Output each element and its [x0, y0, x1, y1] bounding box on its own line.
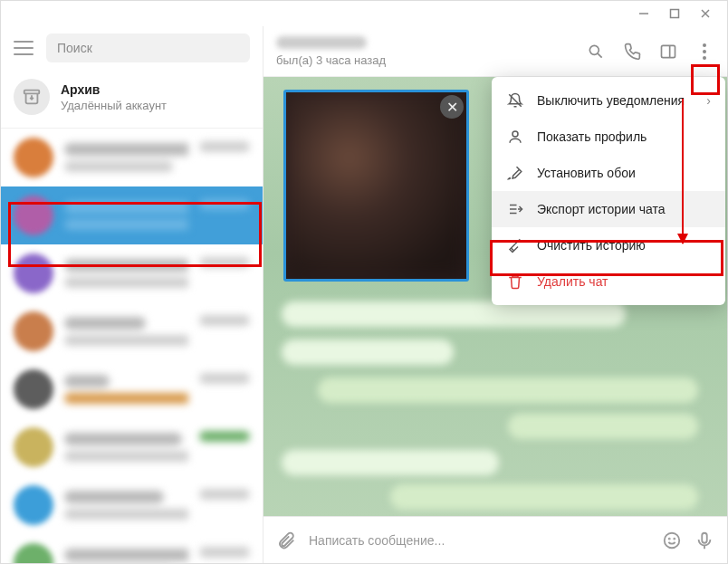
- window-minimize-icon[interactable]: [638, 8, 649, 19]
- chat-list-item[interactable]: [1, 302, 263, 360]
- menu-clear[interactable]: Очистить историю: [492, 227, 725, 263]
- message-input[interactable]: Написать сообщение...: [309, 533, 649, 548]
- chat-list: [1, 129, 263, 563]
- message-bubble[interactable]: [318, 378, 698, 403]
- chat-list-item[interactable]: [1, 534, 263, 563]
- menu-label: Показать профиль: [537, 129, 647, 144]
- menu-wallpaper[interactable]: Установить обои: [492, 155, 725, 191]
- more-options-button[interactable]: [694, 42, 714, 62]
- svg-point-10: [669, 538, 670, 539]
- chat-list-item[interactable]: [1, 476, 263, 534]
- svg-point-5: [589, 45, 599, 54]
- menu-label: Удалить чат: [537, 274, 608, 289]
- chat-status: был(а) 3 часа назад: [276, 53, 586, 67]
- brush-icon: [506, 164, 524, 182]
- attach-icon[interactable]: [276, 531, 296, 550]
- chat-list-item[interactable]: [1, 244, 263, 302]
- chat-list-item[interactable]: [1, 129, 263, 186]
- message-bubble[interactable]: [508, 414, 698, 439]
- window-close-icon[interactable]: [700, 8, 711, 19]
- svg-point-11: [674, 538, 675, 539]
- mute-icon: [506, 91, 524, 110]
- archive-title: Архив: [61, 82, 167, 97]
- message-bubble[interactable]: [390, 484, 698, 510]
- svg-point-15: [512, 131, 518, 137]
- tutorial-arrow: [682, 99, 684, 244]
- broom-icon: [506, 236, 524, 254]
- sidebar-toggle-icon[interactable]: [658, 42, 678, 62]
- svg-rect-12: [702, 532, 707, 542]
- menu-mute[interactable]: Выключить уведомления ›: [492, 82, 725, 119]
- export-icon: [506, 200, 524, 218]
- menu-export[interactable]: Экспорт истории чата: [492, 191, 725, 227]
- hamburger-menu-button[interactable]: [14, 41, 34, 55]
- message-bubble[interactable]: [282, 301, 626, 327]
- chat-list-item[interactable]: [1, 418, 263, 476]
- voice-message-icon[interactable]: [694, 531, 714, 550]
- archive-subtitle: Удалённый аккаунт: [61, 99, 167, 112]
- archive-row[interactable]: Архив Удалённый аккаунт: [1, 70, 263, 129]
- chat-options-menu: Выключить уведомления › Показать профиль…: [492, 77, 725, 305]
- chat-list-item[interactable]: [1, 360, 263, 418]
- svg-rect-1: [671, 10, 679, 18]
- search-in-chat-icon[interactable]: [586, 42, 606, 62]
- emoji-icon[interactable]: [662, 531, 682, 550]
- message-bubble[interactable]: [282, 450, 499, 475]
- svg-point-9: [665, 532, 680, 548]
- menu-label: Установить обои: [537, 166, 636, 180]
- profile-icon: [506, 128, 524, 146]
- archive-icon: [14, 79, 50, 115]
- menu-profile[interactable]: Показать профиль: [492, 119, 725, 155]
- menu-label: Выключить уведомления: [537, 93, 685, 108]
- svg-rect-4: [24, 91, 40, 94]
- window-maximize-icon[interactable]: [669, 8, 680, 19]
- svg-rect-7: [662, 45, 675, 57]
- chat-title[interactable]: [276, 36, 367, 49]
- trash-icon: [506, 272, 524, 291]
- chat-list-item-selected[interactable]: [1, 186, 263, 244]
- search-input[interactable]: Поиск: [46, 33, 250, 62]
- menu-label: Экспорт истории чата: [537, 202, 665, 216]
- deselect-icon[interactable]: ✕: [440, 95, 464, 119]
- menu-delete[interactable]: Удалить чат: [492, 263, 725, 300]
- menu-label: Очистить историю: [537, 238, 646, 253]
- chevron-right-icon: ›: [706, 93, 711, 108]
- message-bubble[interactable]: [282, 339, 454, 365]
- image-message[interactable]: ✕: [283, 90, 469, 282]
- svg-line-6: [598, 53, 602, 58]
- call-icon[interactable]: [622, 42, 642, 62]
